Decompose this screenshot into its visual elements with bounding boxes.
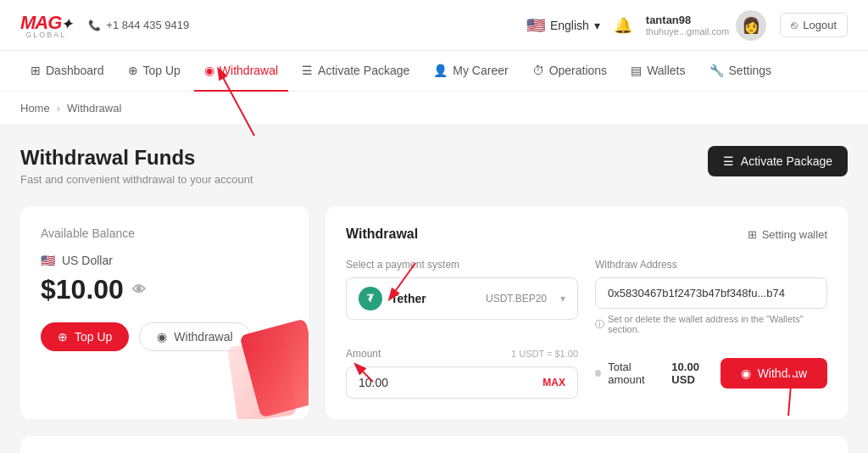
avatar[interactable]: 👩 <box>736 10 766 41</box>
amount-group: Amount 1 USDT = $1.00 MAX <box>346 348 578 399</box>
total-section: Total amount 10.00 USD ◉ Withdraw <box>595 358 827 389</box>
topup-button[interactable]: ⊕ Top Up <box>41 322 129 351</box>
transactions-section: Transactions <box>20 436 848 453</box>
amount-input[interactable] <box>359 376 542 389</box>
breadcrumb-current: Withdrawal <box>67 102 121 115</box>
payment-label: Select a payment system <box>346 259 578 271</box>
page-header: Withdrawal Funds Fast and convenient wit… <box>20 146 848 186</box>
settings-icon: 🔧 <box>709 64 724 77</box>
payment-system-group: Select a payment system ₮ Tether USDT.BE… <box>346 259 578 334</box>
address-input[interactable] <box>595 277 827 309</box>
nav-item-withdrawal[interactable]: ◉ Withdrawal <box>194 51 288 92</box>
withdrawal-card-header: Withdrawal ⊞ Setting wallet <box>346 226 827 242</box>
lang-label: English <box>550 19 589 32</box>
page-wrapper: MAG✦ GLOBAL +1 844 435 9419 🇺🇸 English ▾… <box>0 0 868 453</box>
header-right: 🇺🇸 English ▾ 🔔 tantan98 thuhuye...gmail.… <box>526 10 848 41</box>
address-label: Withdraw Address <box>595 259 827 271</box>
header-left: MAG✦ GLOBAL +1 844 435 9419 <box>20 12 189 39</box>
payment-chevron-icon: ▾ <box>560 293 565 305</box>
breadcrumb-separator: › <box>57 102 60 115</box>
nav-label-dashboard: Dashboard <box>46 64 104 77</box>
career-icon: 👤 <box>433 64 448 77</box>
nav-item-career[interactable]: 👤 My Career <box>423 51 518 92</box>
user-info: tantan98 thuhuye...gmail.com 👩 <box>646 10 766 41</box>
main-nav: ⊞ Dashboard ⊕ Top Up ◉ Withdrawal ☰ Acti… <box>0 51 868 92</box>
max-button[interactable]: MAX <box>542 377 565 389</box>
total-text: Total amount 10.00 USD <box>595 361 721 386</box>
dashboard-icon: ⊞ <box>31 64 41 77</box>
setting-wallet-icon: ⊞ <box>748 228 757 241</box>
breadcrumb: Home › Withdrawal <box>0 92 868 126</box>
page-title: Withdrawal Funds <box>20 146 253 170</box>
page-subtitle: Fast and convenient withdrawal to your a… <box>20 173 253 186</box>
withdrawal-nav-icon: ◉ <box>204 64 214 77</box>
main-content: Withdrawal Funds Fast and convenient wit… <box>0 126 868 453</box>
payment-selector[interactable]: ₮ Tether USDT.BEP20 ▾ <box>346 277 578 320</box>
payment-name: Tether <box>391 292 477 305</box>
nav-label-withdrawal: Withdrawal <box>220 64 278 77</box>
activate-icon: ☰ <box>302 64 313 77</box>
payment-type: USDT.BEP20 <box>486 293 547 305</box>
user-email: thuhuye...gmail.com <box>646 26 729 36</box>
user-name: tantan98 <box>646 14 729 26</box>
user-details: tantan98 thuhuye...gmail.com <box>646 14 729 36</box>
address-group: Withdraw Address ⓘ Set or delete the wal… <box>595 259 827 334</box>
nav-item-dashboard[interactable]: ⊞ Dashboard <box>20 51 114 92</box>
nav-item-topup[interactable]: ⊕ Top Up <box>118 51 191 92</box>
setting-wallet-link[interactable]: ⊞ Setting wallet <box>748 228 827 241</box>
logout-icon: ⎋ <box>791 19 798 31</box>
nav-label-activate: Activate Package <box>318 64 409 77</box>
content-grid: Available Balance 🇺🇸 US Dollar $10.00 👁 … <box>20 206 848 419</box>
topup-btn-icon: ⊕ <box>58 330 68 344</box>
language-selector[interactable]: 🇺🇸 English ▾ <box>526 16 600 35</box>
header: MAG✦ GLOBAL +1 844 435 9419 🇺🇸 English ▾… <box>0 0 868 51</box>
address-note-text: Set or delete the wallet address in the … <box>608 314 827 334</box>
setting-wallet-label: Setting wallet <box>762 228 827 241</box>
withdraw-button[interactable]: ◉ Withdraw <box>721 358 827 389</box>
logout-label: Logout <box>803 19 837 31</box>
notification-bell[interactable]: 🔔 <box>614 16 632 35</box>
currency-name: US Dollar <box>62 254 113 267</box>
logo-global: GLOBAL <box>25 31 66 39</box>
balance-card: Available Balance 🇺🇸 US Dollar $10.00 👁 … <box>20 206 309 419</box>
tether-icon: ₮ <box>359 287 382 310</box>
activate-package-icon: ☰ <box>723 154 734 168</box>
withdraw-btn-icon: ◉ <box>741 366 751 380</box>
operations-icon: ⏱ <box>532 64 544 77</box>
activate-package-button[interactable]: ☰ Activate Package <box>708 146 848 176</box>
nav-label-settings: Settings <box>729 64 772 77</box>
nav-label-career: My Career <box>453 64 508 77</box>
balance-currency: 🇺🇸 US Dollar <box>41 254 288 267</box>
amount-total-row: Amount 1 USDT = $1.00 MAX Total amount <box>346 348 827 399</box>
toggle-balance-icon[interactable]: 👁 <box>132 282 146 298</box>
nav-label-topup: Top Up <box>143 64 181 77</box>
nav-item-activate[interactable]: ☰ Activate Package <box>292 51 420 92</box>
currency-flag: 🇺🇸 <box>41 254 55 267</box>
logout-button[interactable]: ⎋ Logout <box>780 13 848 37</box>
amount-label: Amount <box>346 348 381 360</box>
topup-icon: ⊕ <box>128 64 138 77</box>
chevron-down-icon: ▾ <box>594 19 600 32</box>
page-title-section: Withdrawal Funds Fast and convenient wit… <box>20 146 253 186</box>
total-value: 10.00 USD <box>671 361 720 386</box>
breadcrumb-home[interactable]: Home <box>20 102 50 115</box>
total-label: Total amount <box>608 361 665 386</box>
info-icon: ⓘ <box>595 318 604 331</box>
balance-decoration <box>190 292 309 419</box>
balance-value: $10.00 <box>41 274 124 305</box>
nav-label-operations: Operations <box>549 64 607 77</box>
withdraw-btn-label: Withdraw <box>758 366 807 380</box>
withdrawal-btn-icon: ◉ <box>157 330 167 344</box>
activate-package-label: Activate Package <box>741 154 832 168</box>
nav-item-wallets[interactable]: ▤ Wallets <box>620 51 695 92</box>
withdrawal-card-title: Withdrawal <box>346 226 418 242</box>
flag-icon: 🇺🇸 <box>526 16 545 35</box>
nav-item-operations[interactable]: ⏱ Operations <box>522 51 617 92</box>
form-payment-address-row: Select a payment system ₮ Tether USDT.BE… <box>346 259 827 334</box>
balance-card-title: Available Balance <box>41 226 288 240</box>
withdrawal-card: Withdrawal ⊞ Setting wallet Select a pay… <box>326 206 848 419</box>
phone-number: +1 844 435 9419 <box>88 19 189 31</box>
wallets-icon: ▤ <box>631 64 642 77</box>
nav-item-settings[interactable]: 🔧 Settings <box>699 51 782 92</box>
dot-indicator <box>595 370 601 377</box>
